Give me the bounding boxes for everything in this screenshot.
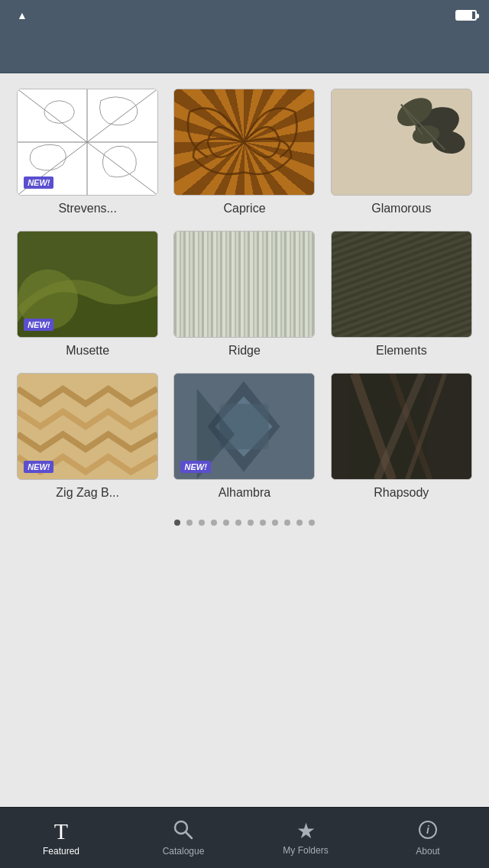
item-label-glamorous: Glamorous — [371, 202, 431, 215]
tab-folders[interactable]: ★ My Folders — [244, 808, 367, 868]
grid-item-caprice[interactable]: Caprice — [172, 89, 316, 215]
svg-line-23 — [186, 832, 192, 838]
grid-item-strevens[interactable]: NEW! Strevens... — [15, 89, 160, 215]
wallcovering-grid: NEW! Strevens... Caprice — [15, 89, 474, 500]
thumb-strevens: NEW! — [17, 89, 158, 196]
page-dot-11[interactable] — [309, 520, 315, 526]
wifi-icon: ▲ — [17, 9, 28, 21]
page-dot-9[interactable] — [284, 520, 290, 526]
grid-item-zigzag[interactable]: NEW! Zig Zag B... — [15, 373, 160, 500]
item-label-caprice: Caprice — [223, 202, 265, 215]
thumb-musette: NEW! — [17, 231, 158, 338]
page-dot-10[interactable] — [296, 520, 303, 526]
info-icon: i — [418, 820, 438, 843]
tab-catalogue[interactable]: Catalogue — [122, 808, 244, 868]
new-badge-strevens: NEW! — [24, 177, 53, 189]
page-dot-4[interactable] — [223, 520, 229, 526]
status-bar-left: ▲ — [12, 9, 28, 21]
page-dot-3[interactable] — [211, 520, 217, 526]
status-bar-right — [455, 10, 477, 21]
thumb-rhapsody — [331, 373, 472, 480]
new-badge-musette: NEW! — [24, 319, 53, 331]
new-badge-alhambra: NEW! — [180, 461, 210, 473]
grid-item-elements[interactable]: Elements — [329, 231, 474, 358]
status-bar: ▲ — [0, 0, 489, 31]
svg-text:i: i — [426, 824, 430, 836]
page-dot-2[interactable] — [199, 520, 205, 526]
grid-item-alhambra[interactable]: NEW! Alhambra — [172, 373, 316, 500]
tab-label-featured: Featured — [43, 846, 79, 857]
page-dots — [15, 512, 474, 533]
page-dot-6[interactable] — [248, 520, 254, 526]
tab-label-catalogue: Catalogue — [163, 846, 205, 857]
item-label-zigzag: Zig Zag B... — [56, 486, 119, 500]
item-label-strevens: Strevens... — [58, 202, 116, 215]
page-dot-1[interactable] — [186, 520, 193, 526]
page-dot-7[interactable] — [260, 520, 266, 526]
page-dot-0[interactable] — [174, 520, 180, 526]
grid-item-ridge[interactable]: Ridge — [172, 231, 316, 358]
tab-about[interactable]: i About — [367, 808, 489, 868]
nav-bar — [0, 31, 489, 73]
item-label-elements: Elements — [376, 344, 427, 358]
page-dot-8[interactable] — [272, 520, 278, 526]
battery-icon — [455, 10, 477, 21]
grid-item-rhapsody[interactable]: Rhapsody — [329, 373, 474, 500]
item-label-alhambra: Alhambra — [219, 486, 270, 500]
grid-item-musette[interactable]: NEW! Musette — [15, 231, 160, 358]
thumb-elements — [331, 231, 472, 338]
star-icon: ★ — [296, 821, 316, 842]
thumb-glamorous — [331, 89, 472, 196]
search-icon — [173, 820, 193, 843]
thumb-alhambra: NEW! — [173, 373, 315, 480]
tab-bar: T Featured Catalogue ★ My Folders i Abou… — [0, 807, 489, 868]
tab-featured[interactable]: T Featured — [0, 808, 122, 868]
page-dot-5[interactable] — [235, 520, 241, 526]
item-label-musette: Musette — [66, 344, 109, 358]
thumb-zigzag: NEW! — [17, 373, 158, 480]
main-content: NEW! Strevens... Caprice — [0, 73, 489, 807]
item-label-rhapsody: Rhapsody — [374, 486, 429, 500]
featured-icon: T — [54, 820, 68, 843]
item-label-ridge: Ridge — [228, 344, 261, 358]
grid-item-glamorous[interactable]: Glamorous — [329, 89, 474, 215]
tab-label-folders: My Folders — [283, 845, 328, 856]
thumb-caprice — [173, 89, 315, 196]
thumb-ridge — [173, 231, 315, 338]
tab-label-about: About — [416, 846, 439, 857]
new-badge-zigzag: NEW! — [24, 461, 53, 473]
